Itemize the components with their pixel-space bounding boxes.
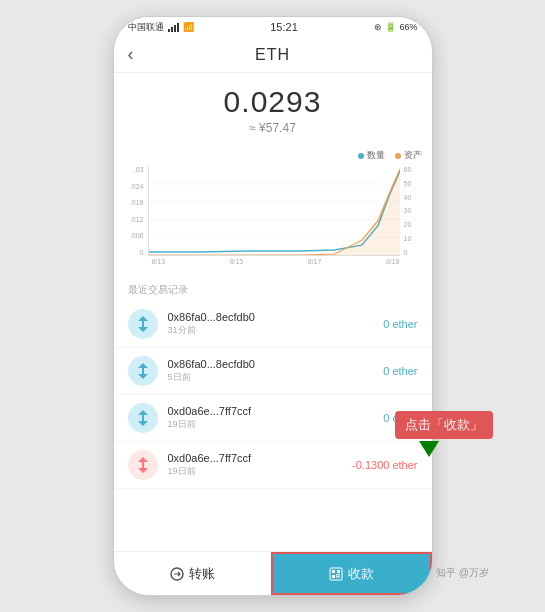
chart-container: .03 .024 .018 .012 .006 0 xyxy=(124,166,422,256)
tx-icon-1 xyxy=(128,356,158,386)
transfer-label: 转账 xyxy=(189,565,215,583)
annotation: 点击「收款」 xyxy=(395,411,493,457)
chart-legend: 数量 资产 xyxy=(124,149,422,162)
receive-button[interactable]: 收款 xyxy=(271,552,432,595)
svg-rect-10 xyxy=(336,574,338,576)
tx-amount-0: 0 ether xyxy=(383,318,417,330)
tx-amount-3: -0.1300 ether xyxy=(352,459,417,471)
tx-icon-2 xyxy=(128,403,158,433)
table-row: 0xd0a6e...7ff7ccf 19日前 0 ether xyxy=(114,395,432,442)
section-header: 最近交易记录 xyxy=(114,275,432,301)
bt-icon: ⊛ xyxy=(374,22,382,32)
legend-quantity: 数量 xyxy=(358,149,385,162)
table-row: 0xd0a6e...7ff7ccf 19日前 -0.1300 ether xyxy=(114,442,432,489)
chart-area xyxy=(148,166,400,256)
legend-asset: 资产 xyxy=(395,149,422,162)
chart-svg xyxy=(149,166,400,255)
tx-hash-1: 0x86fa0...8ecfdb0 xyxy=(168,358,384,370)
y-axis-left: .03 .024 .018 .012 .006 0 xyxy=(124,166,148,256)
signal-icon xyxy=(168,23,179,32)
receive-icon xyxy=(329,567,343,581)
quantity-dot xyxy=(358,153,364,159)
tx-info-0: 0x86fa0...8ecfdb0 31分前 xyxy=(168,311,384,337)
watermark: 知乎 @万岁 xyxy=(436,566,489,580)
tx-hash-2: 0xd0a6e...7ff7ccf xyxy=(168,405,384,417)
quantity-label: 数量 xyxy=(367,149,385,162)
svg-rect-7 xyxy=(332,570,335,573)
transfer-icon xyxy=(170,567,184,581)
chart-section: 数量 资产 .03 .024 .018 .012 .006 0 xyxy=(114,143,432,275)
tx-time-2: 19日前 xyxy=(168,418,384,431)
tx-icon-3 xyxy=(128,450,158,480)
svg-rect-9 xyxy=(332,575,335,578)
svg-rect-13 xyxy=(338,576,340,578)
back-button[interactable]: ‹ xyxy=(128,44,134,65)
tx-amount-1: 0 ether xyxy=(383,365,417,377)
table-row: 0x86fa0...8ecfdb0 31分前 0 ether xyxy=(114,301,432,348)
transfer-button[interactable]: 转账 xyxy=(114,552,271,595)
page-header: ‹ ETH xyxy=(114,37,432,73)
battery-percent: 66% xyxy=(399,22,417,32)
svg-rect-12 xyxy=(336,576,338,578)
battery-icon: 🔋 xyxy=(385,22,396,32)
bottom-bar: 转账 收款 xyxy=(114,551,432,595)
callout-text: 点击「收款」 xyxy=(395,411,493,439)
tx-time-3: 19日前 xyxy=(168,465,353,478)
tx-info-1: 0x86fa0...8ecfdb0 5日前 xyxy=(168,358,384,384)
receive-label: 收款 xyxy=(348,565,374,583)
wifi-icon: 📶 xyxy=(183,22,194,32)
balance-amount: 0.0293 xyxy=(114,85,432,119)
tx-hash-3: 0xd0a6e...7ff7ccf xyxy=(168,452,353,464)
svg-rect-8 xyxy=(337,570,340,573)
balance-cny: ≈ ¥57.47 xyxy=(114,121,432,135)
transactions-list: 0x86fa0...8ecfdb0 31分前 0 ether 0x86fa0..… xyxy=(114,301,432,551)
tx-hash-0: 0x86fa0...8ecfdb0 xyxy=(168,311,384,323)
status-time: 15:21 xyxy=(270,21,298,33)
page-title: ETH xyxy=(255,46,290,64)
tx-icon-0 xyxy=(128,309,158,339)
tx-info-2: 0xd0a6e...7ff7ccf 19日前 xyxy=(168,405,384,431)
tx-info-3: 0xd0a6e...7ff7ccf 19日前 xyxy=(168,452,353,478)
table-row: 0x86fa0...8ecfdb0 5日前 0 ether xyxy=(114,348,432,395)
balance-section: 0.0293 ≈ ¥57.47 xyxy=(114,73,432,143)
tx-time-0: 31分前 xyxy=(168,324,384,337)
y-axis-right: 60 50 40 30 20 10 0 xyxy=(400,166,422,256)
tx-time-1: 5日前 xyxy=(168,371,384,384)
arrow-down-icon xyxy=(419,441,439,457)
svg-marker-4 xyxy=(149,169,400,255)
asset-label: 资产 xyxy=(404,149,422,162)
svg-rect-11 xyxy=(338,574,340,576)
status-bar: 中国联通 📶 15:21 ⊛ 🔋 66% xyxy=(114,17,432,37)
x-axis-labels: 8/13 8/15 8/17 8/19 xyxy=(124,256,422,265)
phone-frame: 中国联通 📶 15:21 ⊛ 🔋 66% ‹ ETH xyxy=(113,16,433,596)
carrier-label: 中国联通 xyxy=(128,21,164,34)
asset-dot xyxy=(395,153,401,159)
